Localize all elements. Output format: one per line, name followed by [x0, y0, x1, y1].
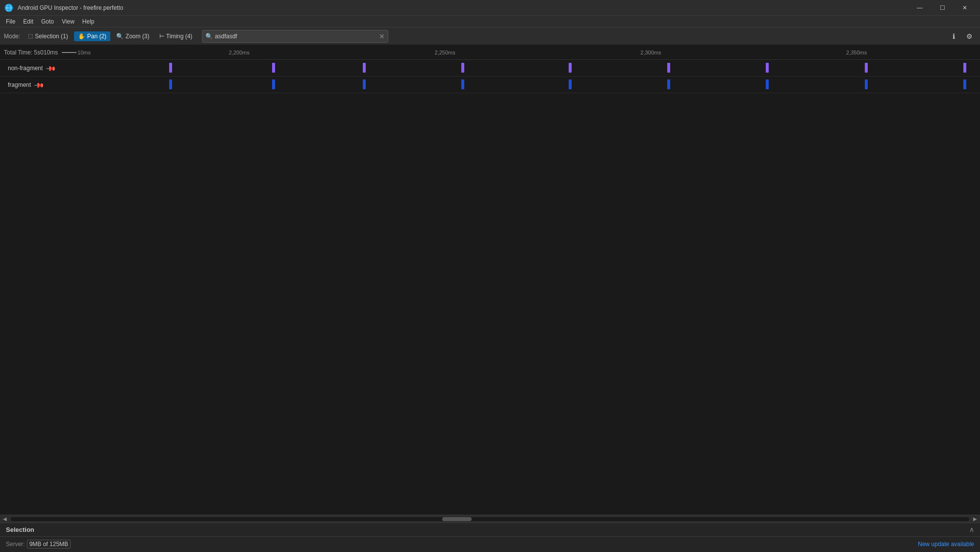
pan-icon: ✋ — [78, 33, 85, 40]
menu-view[interactable]: View — [58, 16, 78, 27]
block-non-fragment-5 — [569, 63, 572, 73]
track-row-fragment: fragment 📌 — [0, 77, 980, 93]
search-box: 🔍 ✕ — [202, 30, 388, 43]
menu-file[interactable]: File — [2, 16, 19, 27]
timeline-header: Total Time: 5s010ms 10ms 2,200ms 2,250ms… — [0, 45, 980, 60]
block-fragment-2 — [272, 79, 275, 89]
maximize-button[interactable]: ☐ — [931, 0, 954, 16]
scale-label: 10ms — [77, 50, 91, 55]
info-button[interactable]: ℹ — [947, 29, 960, 43]
scroll-thumb[interactable] — [442, 517, 472, 521]
block-non-fragment-1 — [169, 63, 172, 73]
track-row-non-fragment: non-fragment 📌 — [0, 60, 980, 77]
settings-button[interactable]: ⚙ — [962, 29, 976, 43]
mode-zoom-label: Zoom (3) — [126, 33, 150, 40]
menu-help[interactable]: Help — [78, 16, 99, 27]
track-canvas-fragment[interactable] — [157, 77, 980, 93]
server-value: 9MB of 125MB — [27, 540, 71, 549]
block-non-fragment-7 — [766, 63, 769, 73]
info-icon: ℹ — [953, 32, 955, 40]
fragment-name: fragment — [8, 81, 31, 88]
close-button[interactable]: ✕ — [954, 0, 976, 16]
search-clear-button[interactable]: ✕ — [379, 32, 385, 40]
selection-icon: ⬚ — [28, 33, 33, 39]
block-fragment-9 — [963, 79, 966, 89]
pin-icon-non-fragment: 📌 — [45, 62, 56, 74]
block-fragment-4 — [461, 79, 464, 89]
scroll-track[interactable] — [11, 517, 969, 521]
status-bar: Server: 9MB of 125MB New update availabl… — [0, 537, 980, 552]
server-label: Server: — [6, 541, 25, 548]
toolbar: Mode: ⬚ Selection (1) ✋ Pan (2) 🔍 Zoom (… — [0, 27, 980, 45]
mode-label: Mode: — [4, 33, 20, 40]
block-fragment-1 — [169, 79, 172, 89]
block-non-fragment-8 — [865, 63, 868, 73]
scroll-right-button[interactable]: ▶ — [970, 516, 980, 522]
track-label-non-fragment: non-fragment 📌 — [0, 64, 157, 72]
block-fragment-3 — [363, 79, 366, 89]
block-fragment-7 — [766, 79, 769, 89]
menu-edit[interactable]: Edit — [19, 16, 37, 27]
selection-title: Selection — [6, 526, 969, 533]
block-non-fragment-2 — [272, 63, 275, 73]
update-link[interactable]: New update available — [918, 541, 974, 548]
block-non-fragment-3 — [363, 63, 366, 73]
selection-header: Selection ∧ — [0, 523, 980, 537]
total-time-label: Total Time: 5s010ms — [4, 49, 58, 56]
scrollbar-area: ◀ ▶ — [0, 515, 980, 523]
tick-2300: 2,300ms — [640, 50, 661, 55]
title-bar: Android GPU Inspector - freefire.perfett… — [0, 0, 980, 16]
tick-2350: 2,350ms — [846, 50, 867, 55]
app-icon — [4, 3, 14, 13]
block-fragment-6 — [667, 79, 670, 89]
menu-goto[interactable]: Goto — [37, 16, 58, 27]
tick-2200: 2,200ms — [229, 50, 250, 55]
zoom-icon: 🔍 — [116, 33, 124, 40]
block-non-fragment-6 — [667, 63, 670, 73]
bottom-panel: Selection ∧ Server: 9MB of 125MB New upd… — [0, 523, 980, 552]
block-non-fragment-4 — [461, 63, 464, 73]
menu-bar: File Edit Goto View Help — [0, 16, 980, 27]
mode-zoom-button[interactable]: 🔍 Zoom (3) — [112, 31, 153, 41]
track-canvas-non-fragment[interactable] — [157, 60, 980, 76]
settings-icon: ⚙ — [966, 32, 973, 40]
block-non-fragment-9 — [963, 63, 966, 73]
window-title: Android GPU Inspector - freefire.perfett… — [18, 4, 908, 11]
empty-track-area — [0, 93, 980, 515]
mode-pan-button[interactable]: ✋ Pan (2) — [74, 31, 110, 41]
pin-icon-fragment: 📌 — [33, 79, 45, 90]
tick-2250: 2,250ms — [435, 50, 455, 55]
mode-selection-button[interactable]: ⬚ Selection (1) — [24, 31, 72, 41]
block-fragment-8 — [865, 79, 868, 89]
mode-selection-label: Selection (1) — [35, 33, 68, 40]
window-controls: — ☐ ✕ — [908, 0, 976, 16]
mode-timing-label: Timing (4) — [166, 33, 193, 40]
scroll-left-button[interactable]: ◀ — [0, 516, 10, 522]
total-time: Total Time: 5s010ms 10ms — [0, 49, 157, 56]
minimize-button[interactable]: — — [908, 0, 931, 16]
time-scale: 10ms — [62, 50, 91, 55]
track-label-fragment: fragment 📌 — [0, 81, 157, 89]
track-area: non-fragment 📌 fragment 📌 — [0, 60, 980, 515]
block-fragment-5 — [569, 79, 572, 89]
timeline-ticks: 2,200ms 2,250ms 2,300ms 2,350ms — [157, 45, 980, 59]
search-icon: 🔍 — [205, 33, 213, 40]
mode-timing-button[interactable]: ⊢ Timing (4) — [155, 31, 197, 41]
non-fragment-name: non-fragment — [8, 65, 43, 72]
mode-pan-label: Pan (2) — [87, 33, 106, 40]
timing-icon: ⊢ — [159, 33, 164, 40]
search-input[interactable] — [215, 33, 379, 40]
collapse-button[interactable]: ∧ — [969, 526, 974, 533]
